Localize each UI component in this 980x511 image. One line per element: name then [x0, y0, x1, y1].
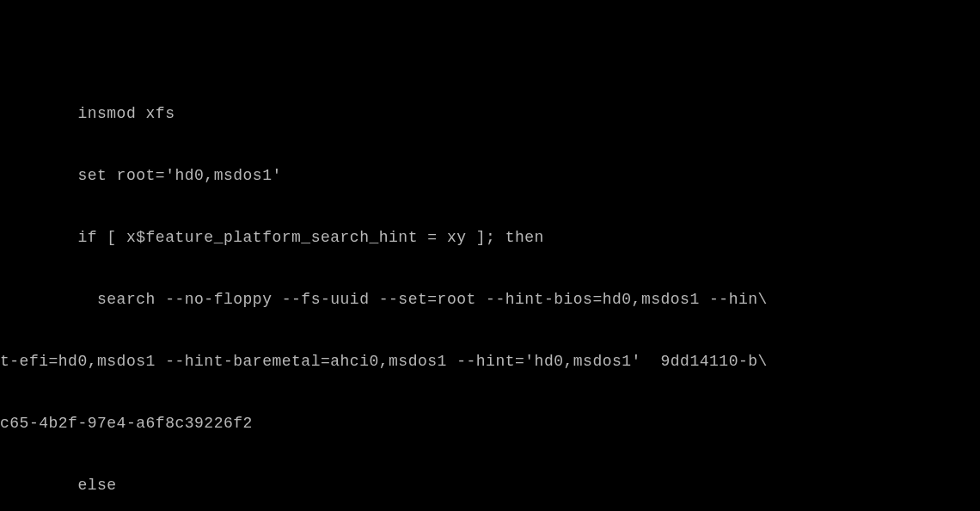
- grub-config-line[interactable]: t-efi=hd0,msdos1 --hint-baremetal=ahci0,…: [0, 351, 980, 372]
- grub-config-line[interactable]: c65-4b2f-97e4-a6f8c39226f2: [0, 413, 980, 434]
- grub-editor-screen[interactable]: insmod xfs set root='hd0,msdos1' if [ x$…: [0, 0, 980, 511]
- grub-config-line[interactable]: else: [0, 475, 980, 496]
- grub-config-line[interactable]: search --no-floppy --fs-uuid --set=root …: [0, 289, 980, 310]
- grub-config-line[interactable]: insmod xfs: [0, 103, 980, 124]
- grub-config-line[interactable]: if [ x$feature_platform_search_hint = xy…: [0, 227, 980, 248]
- grub-config-line[interactable]: set root='hd0,msdos1': [0, 165, 980, 186]
